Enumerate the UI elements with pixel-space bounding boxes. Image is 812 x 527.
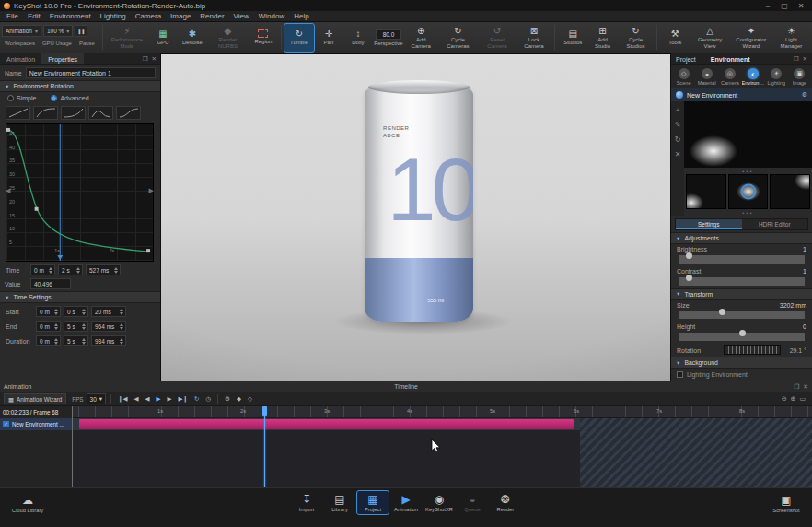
resolution-select[interactable]: 100 %▾ xyxy=(43,25,73,37)
menu-environment[interactable]: Environment xyxy=(45,11,96,21)
delete-environment-icon[interactable]: ✕ xyxy=(675,150,681,158)
dock-import[interactable]: ↧Import xyxy=(291,491,322,514)
tab-material[interactable]: ●Material xyxy=(695,67,718,87)
time-settings-section[interactable]: ▼ Time Settings xyxy=(0,291,160,303)
end-seconds-field[interactable]: 5 s xyxy=(64,321,88,332)
menu-camera[interactable]: Camera xyxy=(131,11,166,21)
workspaces-button[interactable]: Workspaces xyxy=(2,38,38,50)
lighting-environment-option[interactable]: Lighting Environment xyxy=(671,369,812,381)
animation-mode-select[interactable]: Animation▾ xyxy=(2,25,41,37)
tab-image[interactable]: ▣Image xyxy=(788,67,811,87)
transform-section[interactable]: ▼ Transform xyxy=(671,288,812,300)
animation-wizard-button[interactable]: ▦ Animation Wizard xyxy=(4,393,66,404)
animation-name-input[interactable]: New Environment Rotation 1 xyxy=(26,67,156,78)
timeline-playhead[interactable] xyxy=(264,406,265,487)
size-value[interactable]: 3202 mm xyxy=(780,302,806,309)
gear-icon[interactable]: ⚙ xyxy=(802,91,807,99)
tab-settings[interactable]: Settings xyxy=(676,219,742,229)
time-minutes-field[interactable]: 0 m xyxy=(30,264,55,275)
pause-button[interactable]: Pause xyxy=(76,38,98,50)
toolbar-dolly[interactable]: ↕Dolly xyxy=(343,24,373,52)
environment-thumbnail-3[interactable] xyxy=(770,174,810,209)
dock-animation[interactable]: ▶Animation xyxy=(390,491,422,514)
toolbar-add-camera[interactable]: ⊕Add Camera xyxy=(404,24,438,52)
environment-rotation-section[interactable]: ▼ Environment Rotation xyxy=(0,80,160,92)
toolbar-reset-camera[interactable]: ↺Reset Camera xyxy=(478,24,516,52)
tab-environment[interactable]: ◐Environment xyxy=(742,67,765,87)
adjustments-section[interactable]: ▼ Adjustments xyxy=(671,232,812,244)
maximize-icon[interactable]: ▢ xyxy=(777,1,792,11)
animation-clip-bar[interactable] xyxy=(79,419,574,429)
toolbar-lock-camera[interactable]: ⊠Lock Camera xyxy=(516,24,552,52)
size-slider[interactable] xyxy=(679,311,805,320)
graph-scroll-left-icon[interactable]: ◀ xyxy=(6,187,10,194)
end-ms-field[interactable]: 954 ms xyxy=(91,321,126,332)
curve-preset-linear[interactable] xyxy=(6,106,30,120)
toolbar-performance-mode[interactable]: ⚡Performance Mode xyxy=(106,24,148,52)
tab-scene[interactable]: ◇Scene xyxy=(672,67,695,87)
toolbar-render-nurbs[interactable]: ◆Render NURBS xyxy=(207,24,249,52)
skip-to-end-icon[interactable]: ▶❙ xyxy=(177,392,190,405)
curve-editor[interactable]: 45 40 35 30 25 20 15 10 5 xyxy=(6,123,154,262)
fov-input[interactable]: 80.0 xyxy=(376,29,401,40)
screenshot-button[interactable]: ▣ Screenshot xyxy=(766,492,806,515)
toolbar-configurator-wizard[interactable]: ✦Configurator Wizard xyxy=(730,24,772,52)
loop-icon[interactable]: ↻ xyxy=(192,392,201,405)
tab-hdri-editor[interactable]: HDRI Editor xyxy=(742,219,808,229)
menu-lighting[interactable]: Lighting xyxy=(96,11,131,21)
end-minutes-field[interactable]: 0 m xyxy=(36,321,61,332)
timeline-tracks[interactable]: 1s 2s 3s 4s 5s 6s 7s 8s xyxy=(73,406,812,487)
toolbar-add-studio[interactable]: ⊞Add Studio xyxy=(587,24,617,52)
start-minutes-field[interactable]: 0 m xyxy=(36,306,61,317)
curve-preset-ease-in[interactable] xyxy=(61,106,86,120)
environment-thumbnail-2[interactable] xyxy=(728,174,769,209)
close-panel-icon[interactable]: ✕ xyxy=(803,383,808,391)
pause-render-button[interactable]: ❚❚ xyxy=(75,25,87,37)
toolbar-denoise[interactable]: ✱Denoise xyxy=(178,24,207,52)
curve-preset-bell[interactable] xyxy=(88,106,113,120)
menu-view[interactable]: View xyxy=(229,11,254,21)
toolbar-tumble[interactable]: ↻Tumble xyxy=(284,24,314,52)
gpu-usage-button[interactable]: GPU Usage xyxy=(40,38,75,50)
tab-camera[interactable]: ◎Camera xyxy=(718,67,741,87)
menu-image[interactable]: Image xyxy=(166,11,195,21)
close-panel-icon[interactable]: ✕ xyxy=(152,55,157,63)
edit-environment-icon[interactable]: ✎ xyxy=(675,121,681,129)
tab-properties[interactable]: Properties xyxy=(41,53,84,64)
track-label-row[interactable]: ✓ New Environment ... xyxy=(0,418,72,430)
toolbar-cycle-studios[interactable]: ↻Cycle Studios xyxy=(618,24,655,52)
float-panel-icon[interactable]: ❐ xyxy=(794,383,799,391)
environment-preview[interactable] xyxy=(684,101,812,168)
fps-select[interactable]: 30▾ xyxy=(87,393,107,404)
float-panel-icon[interactable]: ❐ xyxy=(143,55,148,63)
minimize-icon[interactable]: – xyxy=(760,1,775,11)
step-forward-icon[interactable]: ▶ xyxy=(166,392,174,405)
realtime-icon[interactable]: ◷ xyxy=(203,392,213,405)
time-seconds-field[interactable]: 2 s xyxy=(58,264,83,275)
timeline-ruler[interactable]: 1s 2s 3s 4s 5s 6s 7s 8s xyxy=(73,406,812,418)
toolbar-pan[interactable]: ✛Pan xyxy=(314,24,343,52)
rotation-dial[interactable] xyxy=(724,345,781,355)
toolbar-cycle-cameras[interactable]: ↻Cycle Cameras xyxy=(438,24,479,52)
toolbar-gpu[interactable]: ▦GPU xyxy=(148,24,178,52)
time-ms-field[interactable]: 527 ms xyxy=(86,264,121,275)
duration-seconds-field[interactable]: 5 s xyxy=(64,335,88,346)
background-section[interactable]: ▼ Background xyxy=(671,357,812,369)
menu-render[interactable]: Render xyxy=(195,11,228,21)
zoom-out-icon[interactable]: ⊖ xyxy=(782,395,787,403)
refresh-environment-icon[interactable]: ↻ xyxy=(675,135,681,144)
brightness-slider[interactable] xyxy=(679,255,805,264)
toolbar-tools[interactable]: ⚒Tools xyxy=(660,24,690,52)
track-visibility-checkbox[interactable]: ✓ xyxy=(3,421,9,427)
menu-file[interactable]: File xyxy=(2,11,23,21)
duration-ms-field[interactable]: 934 ms xyxy=(91,335,126,346)
dock-queue[interactable]: ◒Queue xyxy=(457,491,488,514)
value-field[interactable]: 40.496 xyxy=(30,278,71,289)
cloud-library-button[interactable]: ☁ Cloud Library xyxy=(7,492,48,515)
menu-help[interactable]: Help xyxy=(289,11,313,21)
play-reverse-icon[interactable]: ◀ xyxy=(144,392,152,405)
graph-scroll-right-icon[interactable]: ▶ xyxy=(149,187,154,194)
close-icon[interactable]: ✕ xyxy=(794,1,808,11)
zoom-in-icon[interactable]: ⊕ xyxy=(791,395,796,403)
toolbar-light-manager[interactable]: ☀Light Manager xyxy=(772,24,810,52)
